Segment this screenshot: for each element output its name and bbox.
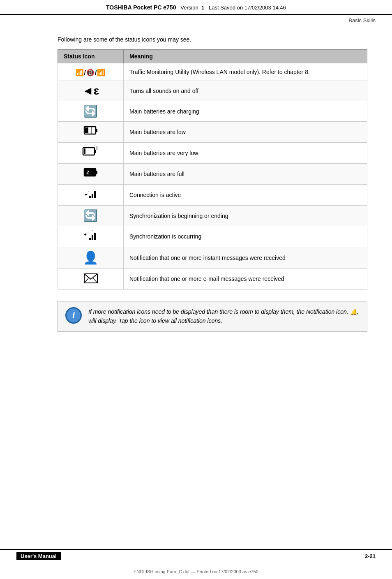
table-row: ◄ε Turns all sounds on and off [58,81,367,101]
svg-text:·: · [88,230,89,234]
battery-low-icon [83,128,98,139]
table-row: ! Main batteries are very low [58,143,367,164]
table-row: 🔄 Main batteries are charging [58,101,367,122]
battery-charging-icon: 🔄 [83,105,98,118]
table-row: 🔄 Synchronization is beginning or ending [58,206,367,226]
footer-manual-label: User's Manual [16,552,61,560]
table-cell-meaning: Notification that one or more e-mail mes… [124,269,367,290]
section-label: Basic Skills [0,15,392,26]
svg-rect-14 [94,191,96,198]
table-row: ✦ · · Synchronization is occurring [58,226,367,247]
svg-rect-2 [85,127,88,133]
table-cell-meaning: Main batteries are charging [124,101,367,122]
email-message-icon [83,275,98,285]
table-row: Z Main batteries are full [58,164,367,185]
sync-occurring-icon: ✦ · · [83,233,98,243]
table-cell-meaning: Connection is active [124,185,367,206]
battery-full-icon: Z [83,170,98,181]
page-footer: User's Manual 2-21 [0,549,392,563]
table-row: 👤 Notification that one or more instant … [58,247,367,269]
brand-name: TOSHIBA Pocket PC e750 [106,4,176,11]
table-cell-meaning: Notification that one or more instant me… [124,247,367,269]
table-cell-meaning: Turns all sounds on and off [124,81,367,101]
info-box-text: If more notification icons need to be di… [88,307,360,326]
info-letter: i [72,310,75,321]
svg-rect-13 [92,194,93,198]
version-number: 1 [201,5,204,11]
traffic-monitoring-icon: 📶/📵/📶 [76,69,106,76]
svg-text:✦: ✦ [83,232,87,237]
table-cell-meaning: Main batteries are very low [124,143,367,164]
svg-rect-9 [96,171,97,174]
svg-text:·: · [88,189,90,194]
sound-icon: ◄ε [82,84,99,97]
table-row: Notification that one or more e-mail mes… [58,269,367,290]
svg-rect-1 [96,129,97,132]
instant-message-icon: 👤 [83,251,98,264]
footer-print-info: ENGLISH using Euro_C.dot — Printed on 17… [0,569,392,574]
svg-text:Z: Z [86,169,90,176]
svg-text:✦: ✦ [84,192,88,197]
save-info: Last Saved on 17/02/2003 14:46 [209,5,286,11]
sync-beginning-icon: 🔄 [83,209,98,222]
page-header: TOSHIBA Pocket PC e750 Version 1 Last Sa… [0,0,392,15]
table-row: ✦ · · Connection is active [58,185,367,206]
table-cell-meaning: Synchronization is beginning or ending [124,206,367,226]
svg-text:·: · [92,229,94,233]
svg-text:!: ! [96,146,98,151]
svg-rect-18 [89,238,91,240]
main-content: Following are some of the status icons y… [0,26,392,350]
svg-rect-6 [84,148,85,154]
footer-page-number: 2-21 [365,553,376,559]
table-cell-meaning: Main batteries are low [124,122,367,143]
intro-text: Following are some of the status icons y… [58,36,367,43]
svg-text:·: · [83,190,85,195]
info-box: i If more notification icons need to be … [58,301,367,332]
table-cell-meaning: Main batteries are full [124,164,367,185]
svg-line-25 [93,278,97,283]
svg-rect-20 [94,233,96,240]
info-icon: i [65,307,82,324]
table-cell-meaning: Traffic Monitoring Utility (Wireless LAN… [124,63,367,81]
svg-rect-19 [92,235,93,240]
table-header-meaning: Meaning [124,50,367,63]
connection-active-icon: ✦ · · [83,191,98,201]
svg-line-24 [84,278,88,283]
battery-very-low-icon: ! [82,149,99,160]
version-label: Version [180,5,198,11]
table-row: 📶/📵/📶 Traffic Monitoring Utility (Wirele… [58,63,367,81]
table-row: Main batteries are low [58,122,367,143]
svg-rect-12 [89,196,91,198]
table-header-icon: Status Icon [58,50,124,63]
status-table: Status Icon Meaning 📶/📵/📶 Traffic Monito… [58,49,367,290]
table-cell-meaning: Synchronization is occurring [124,226,367,247]
